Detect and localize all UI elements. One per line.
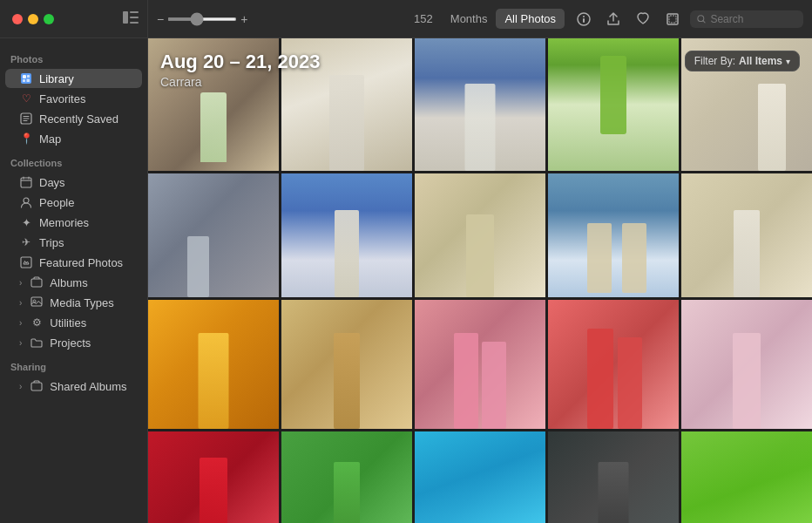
media-types-chevron-icon: ›	[19, 298, 22, 308]
sidebar-item-library-label: Library	[39, 72, 74, 85]
svg-rect-11	[23, 75, 26, 78]
svg-rect-6	[583, 18, 585, 23]
sidebar-top	[0, 0, 148, 37]
sidebar-item-albums[interactable]: › Albums	[5, 273, 142, 292]
shared-albums-chevron-icon: ›	[19, 382, 22, 391]
svg-rect-12	[27, 75, 30, 78]
photo-row-3	[148, 300, 812, 429]
top-bar: − + 152 Months All Photos	[0, 0, 812, 38]
svg-rect-13	[23, 79, 25, 82]
photo-cell[interactable]	[415, 173, 545, 297]
sidebar-item-featured-photos[interactable]: Featured Photos	[5, 253, 142, 272]
sidebar-item-utilities-label: Utilities	[50, 316, 86, 329]
tab-all-photos[interactable]: All Photos	[496, 9, 565, 29]
svg-rect-2	[130, 17, 139, 18]
photo-cell[interactable]	[415, 300, 545, 429]
featured-photos-icon	[19, 255, 33, 269]
sidebar-toggle-button[interactable]	[123, 11, 139, 27]
sidebar-item-favorites-label: Favorites	[39, 92, 85, 105]
sidebar-item-media-types[interactable]: › Media Types	[5, 293, 142, 312]
sidebar-item-favorites[interactable]: ♡ Favorites	[5, 89, 142, 108]
traffic-lights	[9, 14, 58, 24]
sidebar-item-utilities[interactable]: › ⚙ Utilities	[5, 313, 142, 332]
sidebar-item-map[interactable]: 📍 Map	[5, 129, 142, 148]
utilities-icon: ⚙	[30, 316, 44, 329]
photo-cell[interactable]	[148, 300, 279, 429]
albums-chevron-icon: ›	[19, 278, 22, 288]
projects-chevron-icon: ›	[19, 338, 22, 348]
favorites-icon: ♡	[19, 92, 33, 105]
days-icon	[19, 175, 33, 189]
minimize-button[interactable]	[28, 14, 38, 24]
svg-rect-14	[27, 79, 30, 83]
heart-button[interactable]	[631, 7, 655, 31]
photo-cell[interactable]	[281, 431, 412, 523]
sidebar-item-albums-label: Albums	[50, 276, 87, 289]
sidebar-item-days-label: Days	[39, 176, 65, 189]
photo-cell[interactable]	[415, 431, 545, 523]
photo-cell[interactable]	[148, 38, 279, 171]
sidebar-item-projects-label: Projects	[50, 336, 91, 350]
svg-point-5	[583, 16, 585, 17]
crop-button[interactable]	[660, 7, 685, 31]
svg-rect-16	[21, 178, 31, 187]
svg-rect-1	[130, 11, 139, 13]
sidebar-item-recently-saved-label: Recently Saved	[39, 112, 118, 126]
search-box	[690, 10, 803, 28]
sidebar-item-map-label: Map	[39, 132, 61, 146]
photo-cell[interactable]	[148, 431, 279, 523]
photo-scroll[interactable]	[148, 38, 812, 523]
zoom-slider[interactable]	[167, 17, 237, 21]
svg-rect-3	[130, 22, 139, 24]
sidebar-item-people-label: People	[39, 196, 74, 209]
search-input[interactable]	[710, 13, 796, 25]
sidebar-item-library[interactable]: Library	[5, 69, 142, 88]
zoom-controls: − +	[157, 12, 247, 26]
sidebar-item-memories-label: Memories	[39, 216, 89, 229]
sidebar-item-trips[interactable]: ✈ Trips	[5, 233, 142, 252]
share-button[interactable]	[601, 7, 626, 31]
sidebar-section-collections: Collections	[0, 149, 147, 172]
photo-cell[interactable]	[681, 300, 812, 429]
sidebar-item-featured-photos-label: Featured Photos	[39, 256, 123, 269]
filter-button[interactable]: Filter By: All Items ▾	[685, 51, 800, 71]
svg-rect-8	[669, 16, 676, 23]
sidebar-item-memories[interactable]: ✦ Memories	[5, 213, 142, 232]
photo-area: Aug 20 – 21, 2023 Carrara Filter By: All…	[148, 38, 812, 523]
svg-rect-0	[123, 11, 128, 24]
tab-years[interactable]: 152	[405, 9, 442, 29]
people-icon	[19, 195, 33, 209]
filter-label: Filter By:	[694, 55, 735, 67]
info-button[interactable]	[572, 7, 596, 31]
memories-icon: ✦	[19, 215, 33, 229]
photo-cell[interactable]	[148, 173, 279, 297]
zoom-plus-icon: +	[240, 12, 247, 26]
photo-cell[interactable]	[281, 173, 412, 297]
close-button[interactable]	[12, 14, 23, 24]
filter-chevron-icon: ▾	[786, 57, 790, 66]
sidebar-item-projects[interactable]: › Projects	[5, 333, 142, 352]
photo-cell[interactable]	[548, 38, 679, 171]
utilities-chevron-icon: ›	[19, 318, 22, 328]
sidebar-item-shared-albums[interactable]: › Shared Albums	[5, 377, 142, 396]
maximize-button[interactable]	[44, 14, 54, 24]
view-tabs: 152 Months All Photos	[405, 9, 565, 29]
sidebar-item-recently-saved[interactable]: Recently Saved	[5, 109, 142, 128]
photo-cell[interactable]	[681, 173, 812, 297]
photo-cell[interactable]	[281, 300, 412, 429]
main-toolbar: − + 152 Months All Photos	[148, 0, 812, 37]
photo-cell[interactable]	[415, 38, 545, 171]
photo-cell[interactable]	[548, 431, 679, 523]
tab-months[interactable]: Months	[442, 9, 497, 29]
shared-albums-icon	[30, 379, 44, 393]
search-icon	[697, 14, 706, 24]
photo-cell[interactable]	[548, 173, 679, 297]
sidebar-item-shared-albums-label: Shared Albums	[50, 380, 126, 393]
photo-cell[interactable]	[548, 300, 679, 429]
sidebar-item-days[interactable]: Days	[5, 173, 142, 192]
svg-rect-10	[21, 73, 31, 84]
photo-cell[interactable]	[681, 431, 812, 523]
photo-cell[interactable]	[281, 38, 412, 171]
media-types-icon	[30, 295, 44, 309]
sidebar-item-people[interactable]: People	[5, 193, 142, 212]
